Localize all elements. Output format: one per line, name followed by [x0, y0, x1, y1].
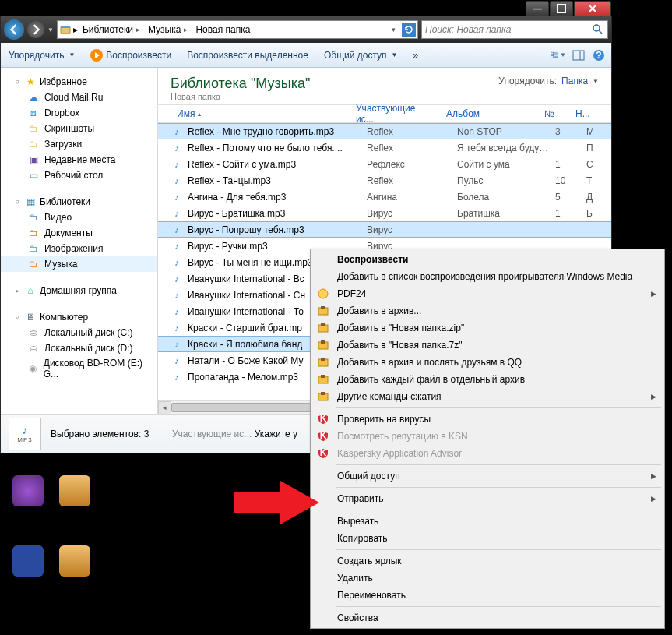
context-menu-item[interactable]: Создать ярлык	[312, 552, 663, 570]
sidebar-item[interactable]: 🗀Изображения	[1, 241, 157, 256]
sidebar-item[interactable]: 🗀Документы	[1, 225, 157, 241]
context-menu-item: KKaspersky Application Advisor	[312, 445, 663, 462]
navigation-bar: ▼ ▸ Библиотеки▸ Музыка▸ Новая папка ▾ По…	[1, 16, 611, 43]
music-file-icon: ♪	[171, 289, 183, 302]
play-button[interactable]: Воспроизвести	[87, 48, 174, 63]
breadcrumb-segment[interactable]: Новая папка	[191, 21, 253, 38]
context-menu-item[interactable]: Общий доступ▶	[312, 467, 663, 485]
context-menu-item[interactable]: Переименовать	[312, 587, 663, 604]
file-row[interactable]: ♪Вирус - Братишка.mp3ВирусБратишка1Б	[158, 205, 611, 221]
file-row[interactable]: ♪Reflex - Потому что не было тебя....Ref…	[158, 139, 611, 156]
sidebar-group-computer[interactable]: ▿ 🖥 Компьютер	[1, 309, 157, 325]
sidebar-item-music[interactable]: 🗀Музыка	[1, 256, 157, 272]
svg-text:K: K	[320, 414, 327, 424]
context-menu-item[interactable]: Добавить в архив и послать друзьям в QQ	[312, 354, 663, 371]
music-file-icon: ♪	[171, 338, 183, 351]
music-file-icon: ♪	[171, 175, 183, 187]
sidebar-item[interactable]: ▭Рабочий стол	[1, 168, 157, 183]
sidebar-group-libraries[interactable]: ▿ ▦ Библиотеки	[1, 194, 157, 210]
scroll-left-button[interactable]: ◂	[158, 401, 171, 415]
selection-count: Выбрано элементов: 3	[51, 429, 149, 439]
context-menu-item[interactable]: Добавить в "Новая папка.7z"	[312, 337, 663, 354]
column-artists[interactable]: Участвующие ис...	[350, 103, 440, 125]
status-artists-value[interactable]: Укажите у	[255, 429, 297, 439]
window-controls: —	[518, 1, 611, 16]
sidebar-group-homegroup[interactable]: ▸ ⌂ Домашняя группа	[1, 283, 157, 298]
context-menu-item[interactable]: Воспроизвести	[312, 251, 663, 268]
preview-pane-button[interactable]	[571, 48, 586, 63]
context-menu-item[interactable]: KПроверить на вирусы	[312, 411, 663, 428]
play-icon	[90, 49, 103, 62]
file-row[interactable]: ♪Reflex - Сойти с ума.mp3РефлексСойти с …	[158, 156, 611, 172]
arrange-by[interactable]: Упорядочить: Папка ▼	[498, 76, 599, 86]
sidebar-item[interactable]: ▣Недавние места	[1, 152, 157, 168]
sidebar-item[interactable]: 🗀Видео	[1, 210, 157, 225]
file-row[interactable]: ♪Вирус - Попрошу тебя.mp3Вирус	[158, 221, 611, 238]
svg-rect-27	[321, 375, 325, 378]
address-bar[interactable]: ▸ Библиотеки▸ Музыка▸ Новая папка ▾	[57, 20, 418, 39]
sidebar-item[interactable]: 🗀Скриншоты	[1, 121, 157, 136]
context-menu-item[interactable]: Добавить в архив...	[312, 302, 663, 319]
context-menu-item[interactable]: PDF24▶	[312, 285, 663, 302]
sidebar-item[interactable]: ◉Дисковод BD-ROM (E:) G...	[1, 356, 157, 381]
homegroup-icon: ⌂	[24, 284, 37, 297]
svg-rect-25	[321, 358, 325, 361]
back-button[interactable]	[4, 19, 24, 40]
kav-icon: K	[317, 447, 329, 460]
chevron-down-icon[interactable]: ▾	[386, 26, 400, 34]
kav-icon: K	[317, 430, 329, 443]
library-title: Библиотека "Музыка"	[171, 76, 310, 92]
sidebar-group-favorites[interactable]: ▿ ★ Избранное	[1, 74, 157, 90]
context-menu-item[interactable]: Отправить▶	[312, 490, 663, 507]
context-menu-item[interactable]: Другие команды сжатия▶	[312, 388, 663, 405]
file-row[interactable]: ♪Ангина - Для тебя.mp3АнгинаБолела5Д	[158, 189, 611, 205]
view-button[interactable]: ▼	[551, 48, 566, 63]
column-number[interactable]: №	[538, 108, 569, 119]
music-file-icon: ♪	[171, 158, 183, 171]
context-menu-item[interactable]: Добавить каждый файл в отдельный архив	[312, 371, 663, 388]
context-menu-item[interactable]: Добавить в "Новая папка.zip"	[312, 319, 663, 337]
file-row[interactable]: ♪Reflex - Мне трудно говорить.mp3ReflexN…	[158, 123, 611, 139]
file-row[interactable]: ♪Reflex - Танцы.mp3ReflexПульс10Т	[158, 172, 611, 189]
breadcrumb-segment[interactable]: Библиотеки▸	[78, 21, 143, 38]
toolbar-overflow-button[interactable]: »	[410, 48, 421, 62]
sidebar-item[interactable]: ⧈Dropbox	[1, 105, 157, 121]
help-button[interactable]: ?	[591, 48, 607, 63]
context-menu-item[interactable]: Удалить	[312, 570, 663, 587]
desktop-icon[interactable]	[8, 545, 48, 578]
context-menu-item[interactable]: Добавить в список воспроизведения проигр…	[312, 268, 663, 285]
context-menu-item[interactable]: Вырезать	[312, 513, 663, 530]
disc-icon: ◉	[27, 362, 39, 375]
column-last[interactable]: Н...	[569, 108, 593, 119]
minimize-button[interactable]: —	[526, 1, 549, 16]
play-selection-button[interactable]: Воспроизвести выделенное	[184, 48, 311, 62]
history-dropdown-icon[interactable]: ▼	[47, 26, 54, 34]
breadcrumb-segment[interactable]: Музыка▸	[143, 21, 191, 38]
context-menu-item[interactable]: Свойства	[312, 609, 663, 626]
column-album[interactable]: Альбом	[440, 108, 538, 119]
share-button[interactable]: Общий доступ▼	[321, 48, 401, 62]
maximize-button[interactable]	[550, 1, 573, 16]
search-input[interactable]: Поиск: Новая папка	[421, 20, 608, 39]
desktop-icon[interactable]	[55, 475, 95, 508]
organize-button[interactable]: Упорядочить▼	[5, 48, 78, 62]
pdf-icon	[317, 288, 329, 300]
music-file-icon: ♪	[171, 125, 183, 138]
sidebar-item[interactable]: ☁Cloud Mail.Ru	[1, 90, 157, 105]
music-file-icon: ♪	[171, 355, 183, 367]
desktop-icon[interactable]	[55, 545, 95, 578]
sidebar-item[interactable]: ⛀Локальный диск (C:)	[1, 325, 157, 340]
column-name[interactable]: Имя▴	[171, 108, 350, 119]
context-menu-item[interactable]: Копировать	[312, 530, 663, 547]
sidebar-item[interactable]: 🗀Загрузки	[1, 136, 157, 152]
arch-icon	[317, 390, 329, 403]
hdd-icon: ⛀	[27, 326, 40, 339]
svg-rect-4	[61, 26, 70, 28]
sidebar-item[interactable]: ⛀Локальный диск (D:)	[1, 340, 157, 356]
music-file-icon: ♪	[171, 191, 183, 203]
forward-button[interactable]	[27, 21, 44, 38]
desktop-icon[interactable]	[8, 475, 48, 508]
refresh-button[interactable]	[402, 23, 416, 37]
file-thumbnail: ♪ MP3	[9, 418, 41, 450]
close-button[interactable]	[574, 1, 611, 16]
